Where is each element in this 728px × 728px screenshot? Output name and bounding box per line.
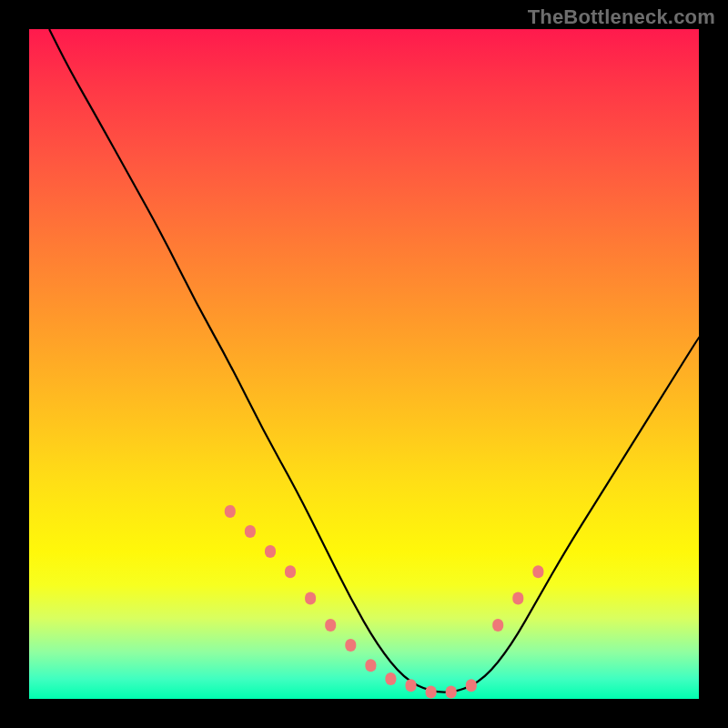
highlight-dot [385,672,396,685]
chart-svg [29,29,699,699]
highlight-dot [446,686,457,699]
highlight-dot [426,686,437,699]
highlight-dot [406,679,417,692]
highlight-dot [512,592,523,605]
highlight-dot [532,565,543,578]
curve-path [49,29,699,693]
highlight-right [492,565,543,632]
highlight-dot [466,679,477,692]
highlight-dot [265,545,276,558]
highlight-dot [285,565,296,578]
highlight-left [225,505,477,699]
bottleneck-curve [49,29,699,693]
highlight-dot [245,525,256,538]
highlight-dot [325,619,336,632]
highlight-dot [225,505,236,518]
watermark-text: TheBottleneck.com [528,5,715,29]
highlight-dot [305,592,316,605]
chart-frame: TheBottleneck.com [0,0,728,728]
highlight-dot [365,659,376,672]
highlight-dot [492,619,503,632]
highlight-dot [345,639,356,652]
plot-area [29,29,699,699]
